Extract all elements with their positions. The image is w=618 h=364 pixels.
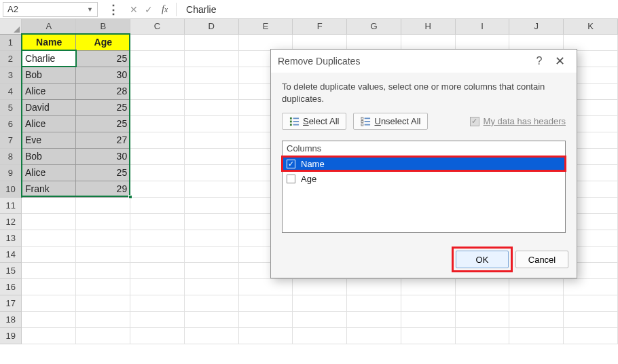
cell[interactable]	[22, 311, 76, 327]
cell[interactable]	[76, 246, 130, 262]
row-header[interactable]: 16	[0, 278, 22, 295]
row-header[interactable]: 18	[0, 311, 22, 327]
row-header[interactable]: 1	[0, 34, 22, 50]
cell[interactable]	[130, 295, 185, 311]
cell[interactable]	[509, 34, 564, 50]
cell[interactable]	[564, 34, 618, 50]
column-header[interactable]: J	[509, 19, 564, 34]
cell[interactable]	[130, 50, 185, 67]
cell[interactable]	[184, 262, 238, 278]
cell[interactable]: 25	[76, 50, 130, 67]
cell[interactable]	[22, 262, 76, 278]
cell[interactable]	[455, 327, 509, 344]
cell[interactable]	[76, 295, 130, 311]
column-header[interactable]: H	[401, 19, 455, 34]
cell[interactable]	[22, 278, 76, 295]
cell[interactable]	[184, 50, 238, 67]
cell[interactable]: Eve	[22, 132, 76, 148]
cell[interactable]	[76, 311, 130, 327]
cell[interactable]	[22, 327, 76, 344]
cell[interactable]	[184, 115, 238, 132]
cell[interactable]	[76, 262, 130, 278]
cell[interactable]	[401, 34, 455, 50]
row-header[interactable]: 14	[0, 246, 22, 262]
cell[interactable]	[76, 197, 130, 213]
cell[interactable]	[293, 327, 347, 344]
row-header[interactable]: 2	[0, 50, 22, 67]
row-header[interactable]: 19	[0, 327, 22, 344]
cell[interactable]	[184, 99, 238, 115]
cancel-icon[interactable]: ✕	[126, 4, 141, 15]
cell[interactable]	[238, 278, 293, 295]
cell[interactable]	[184, 197, 238, 213]
cell[interactable]	[238, 34, 293, 50]
cell[interactable]	[238, 295, 293, 311]
cell[interactable]: Bob	[22, 148, 76, 164]
help-button[interactable]: ?	[529, 55, 549, 67]
row-header[interactable]: 3	[0, 67, 22, 83]
cell[interactable]	[184, 278, 238, 295]
cell[interactable]: 29	[76, 181, 130, 197]
cell[interactable]	[509, 278, 564, 295]
cell[interactable]: Alice	[22, 115, 76, 132]
cell[interactable]: 30	[76, 148, 130, 164]
cell[interactable]	[130, 83, 185, 99]
cell[interactable]: 27	[76, 132, 130, 148]
cell[interactable]	[22, 295, 76, 311]
cell[interactable]	[130, 311, 185, 327]
cell[interactable]	[130, 164, 185, 181]
column-header[interactable]: F	[293, 19, 347, 34]
cell[interactable]	[130, 246, 185, 262]
cell[interactable]	[347, 327, 401, 344]
column-header[interactable]: D	[184, 19, 238, 34]
column-header[interactable]: A	[22, 19, 76, 34]
row-header[interactable]: 5	[0, 99, 22, 115]
cell[interactable]	[22, 213, 76, 230]
column-item-name[interactable]: ✓ Name	[283, 156, 565, 171]
close-button[interactable]: ✕	[549, 54, 570, 69]
column-item-age[interactable]: Age	[283, 171, 565, 186]
cell[interactable]	[130, 213, 185, 230]
name-box[interactable]: A2 ▼	[3, 2, 98, 17]
row-header[interactable]: 7	[0, 132, 22, 148]
checkbox-unchecked-icon[interactable]	[287, 175, 295, 183]
cell[interactable]	[347, 34, 401, 50]
cell[interactable]	[184, 246, 238, 262]
cell[interactable]	[130, 230, 185, 246]
cell[interactable]	[347, 278, 401, 295]
row-header[interactable]: 4	[0, 83, 22, 99]
row-header[interactable]: 13	[0, 230, 22, 246]
cell[interactable]	[509, 327, 564, 344]
cell[interactable]	[509, 295, 564, 311]
cell[interactable]: David	[22, 99, 76, 115]
cell[interactable]: Alice	[22, 164, 76, 181]
column-header[interactable]: C	[130, 19, 185, 34]
ok-button[interactable]: OK	[456, 251, 509, 268]
cell[interactable]	[184, 148, 238, 164]
column-header[interactable]: I	[455, 19, 509, 34]
chevron-down-icon[interactable]: ▼	[87, 6, 93, 13]
cell[interactable]	[184, 34, 238, 50]
cell[interactable]	[564, 327, 618, 344]
cell[interactable]	[130, 99, 185, 115]
column-header[interactable]: G	[347, 19, 401, 34]
cell[interactable]: Age	[76, 34, 130, 50]
cell[interactable]	[347, 295, 401, 311]
row-header[interactable]: 10	[0, 181, 22, 197]
row-header[interactable]: 17	[0, 295, 22, 311]
cell[interactable]: Frank	[22, 181, 76, 197]
cell[interactable]: Name	[22, 34, 76, 50]
cell[interactable]	[238, 311, 293, 327]
cell[interactable]: 25	[76, 164, 130, 181]
cell[interactable]	[184, 311, 238, 327]
cell[interactable]	[509, 311, 564, 327]
cell[interactable]	[130, 197, 185, 213]
row-header[interactable]: 15	[0, 262, 22, 278]
select-all-button[interactable]: Select All	[282, 113, 346, 130]
cell[interactable]: 25	[76, 99, 130, 115]
select-all-cell[interactable]	[0, 19, 22, 34]
row-header[interactable]: 9	[0, 164, 22, 181]
cell[interactable]	[22, 230, 76, 246]
cell[interactable]	[130, 181, 185, 197]
column-header[interactable]: K	[564, 19, 618, 34]
